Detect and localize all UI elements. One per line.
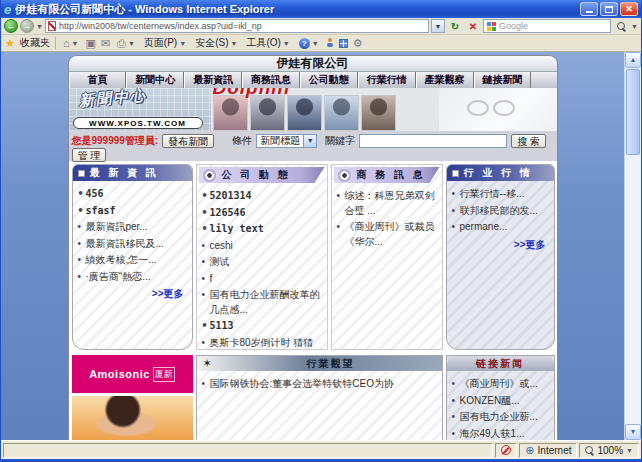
page-menu[interactable]: 页面(P)▼ (142, 36, 188, 50)
industry-market-list: 行業行情--移... 联邦移民部的发... permane... (449, 186, 552, 236)
news-columns: 最 新 資 訊 456 sfasf 最新資訊per... 最新資訊移民及... … (72, 164, 554, 350)
extra-toolbar-icon[interactable] (339, 39, 348, 48)
ad-photo[interactable] (72, 396, 193, 440)
chevron-down-icon: ▼ (283, 40, 290, 47)
news-item[interactable]: 5113 (199, 318, 325, 335)
forward-button[interactable]: → (20, 19, 34, 33)
news-item[interactable]: 国有电力企业薪... (449, 409, 552, 426)
news-item[interactable]: 5201314 (199, 188, 325, 205)
back-button[interactable]: ← (4, 19, 18, 33)
link-news-header: 链接新闻 (447, 356, 554, 371)
scroll-down-icon[interactable]: ▼ (625, 424, 641, 440)
chevron-down-icon: ▼ (230, 40, 237, 47)
square-bullet-icon (78, 170, 85, 177)
news-item[interactable]: ceshi (199, 238, 325, 255)
minimize-icon (586, 11, 593, 13)
banner-photo (213, 95, 248, 131)
news-item[interactable]: 最新資訊per... (75, 219, 190, 236)
favorites-star-icon[interactable]: ★ (5, 37, 15, 50)
nav-home[interactable]: 首頁 (69, 72, 127, 88)
address-dropdown-button[interactable]: ▼ (431, 19, 445, 33)
banner: 新聞中心 WWW.XPOS.TW.COM Dolphin (68, 88, 558, 131)
news-item[interactable]: 行業行情--移... (449, 186, 552, 203)
manage-button[interactable]: 管 理 (72, 148, 107, 162)
nav-latest-info[interactable]: 最新資訊 (184, 72, 242, 88)
history-dropdown-icon[interactable]: ▼ (36, 23, 43, 30)
page-menu-label: 页面(P) (144, 36, 177, 50)
industry-outlook-list: 国际钢铁协会:董事会选举特钦特CEO为协 (199, 376, 440, 393)
news-item[interactable]: 国际钢铁协会:董事会选举特钦特CEO为协 (199, 376, 440, 393)
news-item[interactable]: ·廣告商“熱恋... (75, 269, 190, 286)
nav-business-info[interactable]: 商務訊息 (242, 72, 300, 88)
news-item[interactable]: 最新資訊移民及... (75, 236, 190, 253)
close-button[interactable]: ✕ (620, 2, 638, 16)
company-news-title: 公 司 動 態 (222, 168, 291, 182)
nav-spacer (531, 72, 556, 88)
nav-company-news[interactable]: 公司動態 (300, 72, 358, 88)
news-item[interactable]: 奥斯卡80岁倒计时 猜猜小金... (199, 335, 325, 351)
news-item[interactable]: 国有电力企业薪酬改革的几点感... (199, 287, 325, 318)
news-item[interactable]: 综述：科恩兄弟双剑合璧 ... (334, 188, 440, 219)
nav-industry-market[interactable]: 行業行情 (358, 72, 416, 88)
news-item[interactable]: 126546 (199, 205, 325, 222)
banner-photo (324, 95, 359, 131)
favorites-label[interactable]: 收藏夹 (20, 36, 50, 50)
news-item[interactable]: 海尔49人获1... (449, 426, 552, 441)
address-bar: ← → ▼ http://win2008/tw/centernews/index… (1, 18, 641, 35)
search-box[interactable]: Google (483, 19, 611, 33)
feed-icon[interactable]: ▣ (85, 37, 95, 50)
news-item[interactable]: 456 (75, 186, 190, 203)
news-item[interactable]: f (199, 271, 325, 288)
more-link[interactable]: >>更多 (73, 285, 192, 301)
browser-window: e 伊娃有限公司新聞中心 - Windows Internet Explorer… (0, 0, 642, 462)
news-item[interactable]: 测试 (199, 254, 325, 271)
industry-market-title: 行 业 行 情 (464, 166, 533, 180)
home-button[interactable]: ⌂▼ (61, 37, 81, 49)
news-item[interactable]: sfasf (75, 203, 190, 220)
search-go-button[interactable] (613, 19, 629, 33)
help-menu[interactable]: ?▼ (297, 38, 321, 49)
publish-news-button[interactable]: 發布新聞 (162, 134, 214, 148)
news-item[interactable]: 《商业周刊》或... (449, 376, 552, 393)
restore-button[interactable] (600, 2, 618, 16)
nav-news-center[interactable]: 新聞中心 (126, 72, 184, 88)
address-field[interactable]: http://win2008/tw/centernews/index.asp?u… (45, 19, 429, 33)
scroll-up-icon[interactable]: ▲ (625, 52, 641, 68)
scrollbar-thumb[interactable] (626, 69, 640, 155)
zoom-panel[interactable]: 100% ▼ (579, 443, 639, 458)
nav-industry-watch[interactable]: 產業觀察 (416, 72, 474, 88)
gear-icon[interactable]: ⚙ (353, 37, 363, 50)
target-circle-icon (337, 168, 352, 183)
news-item[interactable]: lily text (199, 221, 325, 238)
keyword-input[interactable] (359, 134, 507, 148)
safety-menu[interactable]: 安全(S)▼ (193, 36, 239, 50)
condition-select[interactable]: 新聞標題 ▼ (256, 134, 317, 148)
news-item[interactable]: permane... (449, 219, 552, 236)
search-button[interactable]: 搜 索 (511, 134, 546, 148)
messenger-icon[interactable] (326, 38, 334, 48)
tools-menu[interactable]: 工具(O)▼ (244, 36, 291, 50)
ad-column: Amoisonic 厦新 (72, 355, 193, 440)
magnifier-icon (617, 22, 626, 31)
ad-banner[interactable]: Amoisonic 厦新 (72, 355, 193, 393)
more-link[interactable]: >>更多 (447, 236, 554, 252)
email-icon[interactable]: ✉ (101, 37, 110, 50)
print-icon: ⎙ (117, 37, 126, 50)
separator (55, 37, 56, 49)
refresh-button[interactable]: ↻ (447, 19, 463, 33)
news-item[interactable]: 《商业周刊》或裁员《华尔... (334, 219, 440, 250)
vertical-scrollbar[interactable]: ▲ ▼ (624, 52, 641, 440)
news-item[interactable]: KONZEN醞... (449, 393, 552, 410)
news-item[interactable]: 联邦移民部的发... (449, 203, 552, 220)
news-item[interactable]: 績效考核,怎一... (75, 252, 190, 269)
section-industry-market: 行 业 行 情 行業行情--移... 联邦移民部的发... permane...… (446, 164, 555, 350)
print-button[interactable]: ⎙▼ (115, 37, 137, 50)
minimize-button[interactable] (580, 2, 598, 16)
nav-link-news[interactable]: 鏈接新聞 (474, 72, 532, 88)
stop-button[interactable]: ✕ (465, 19, 481, 33)
zoom-dropdown-icon[interactable]: ▼ (626, 447, 633, 454)
scrollbar-track[interactable] (625, 156, 641, 424)
industry-outlook-title: 行業觀望 (220, 357, 442, 371)
site-nav: 首頁 新聞中心 最新資訊 商務訊息 公司動態 行業行情 產業觀察 鏈接新聞 (69, 71, 557, 88)
search-options-icon[interactable]: ▼ (631, 23, 638, 30)
